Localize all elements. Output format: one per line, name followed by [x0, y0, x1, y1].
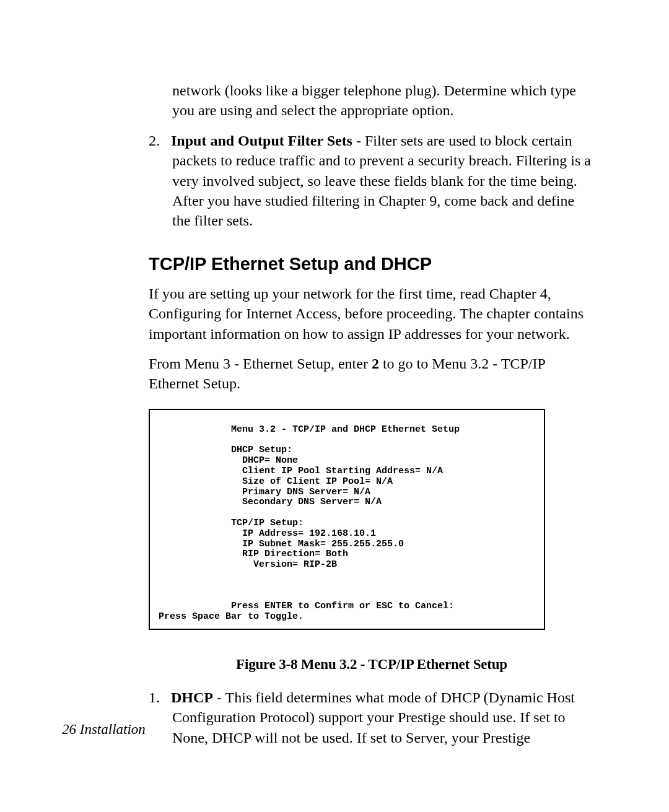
term-tcp-1: IP Address= 192.168.10.1: [159, 528, 376, 539]
list-marker-1: 1.: [149, 689, 160, 705]
term-confirm: Press ENTER to Confirm or ESC to Cancel:: [159, 601, 454, 611]
term-dhcp-heading: DHCP Setup:: [159, 445, 292, 455]
page-footer: 26 Installation: [62, 720, 146, 739]
term-dhcp-3: Size of Client IP Pool= N/A: [159, 476, 393, 487]
continued-paragraph: network (looks like a bigger telephone p…: [149, 81, 595, 121]
section-heading: TCP/IP Ethernet Setup and DHCP: [149, 252, 595, 276]
figure-caption: Figure 3-8 Menu 3.2 - TCP/IP Ethernet Se…: [149, 655, 595, 674]
term-dhcp-5: Secondary DNS Server= N/A: [159, 497, 382, 507]
list-item-2: 2. Input and Output Filter Sets - Filter…: [149, 131, 595, 231]
list-item-2-sep: -: [352, 133, 365, 149]
list-item-2-title: Input and Output Filter Sets: [171, 133, 352, 149]
body-paragraph-2: From Menu 3 - Ethernet Setup, enter 2 to…: [149, 354, 595, 394]
section-name: Installation: [76, 722, 146, 737]
term-tcp-2: IP Subnet Mask= 255.255.255.0: [159, 539, 404, 549]
list-item-1-title: DHCP: [171, 689, 213, 705]
body-para2-a: From Menu 3 - Ethernet Setup, enter: [149, 356, 372, 372]
term-toggle: Press Space Bar to Toggle.: [159, 611, 304, 622]
list-item-1: 1. DHCP - This field determines what mod…: [149, 688, 595, 748]
term-dhcp-2: Client IP Pool Starting Address= N/A: [159, 466, 443, 476]
body-paragraph-1: If you are setting up your network for t…: [149, 284, 595, 344]
list-item-1-body: This field determines what mode of DHCP …: [172, 689, 575, 746]
list-marker-2: 2.: [149, 133, 160, 149]
page-number: 26: [62, 722, 76, 737]
term-tcp-4: Version= RIP-2B: [159, 559, 337, 570]
list-item-1-sep: -: [213, 689, 225, 705]
term-dhcp-1: DHCP= None: [159, 455, 298, 466]
term-tcp-heading: TCP/IP Setup:: [159, 518, 304, 528]
body-para2-bold: 2: [372, 356, 379, 372]
term-title: Menu 3.2 - TCP/IP and DHCP Ethernet Setu…: [159, 424, 460, 435]
term-tcp-3: RIP Direction= Both: [159, 549, 348, 559]
term-dhcp-4: Primary DNS Server= N/A: [159, 487, 370, 497]
terminal-screenshot: Menu 3.2 - TCP/IP and DHCP Ethernet Setu…: [149, 409, 545, 630]
continued-text: network (looks like a bigger telephone p…: [172, 82, 576, 118]
